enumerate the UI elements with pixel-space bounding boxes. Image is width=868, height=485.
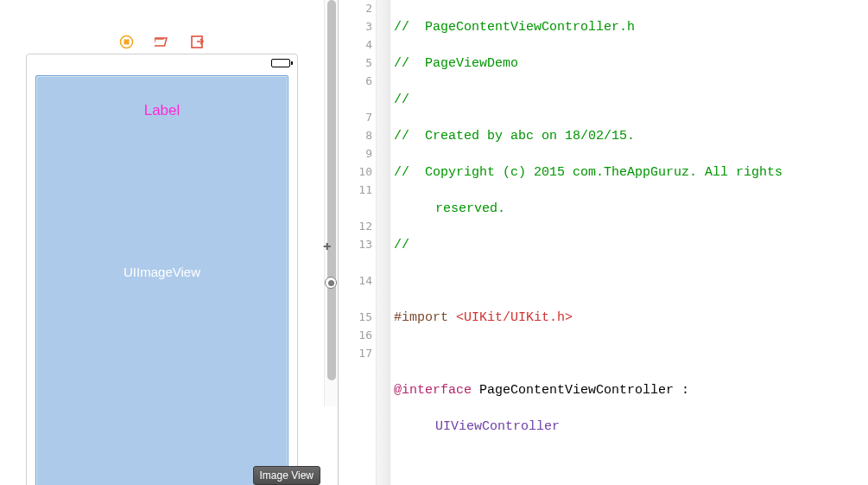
line-number: 7 [341, 111, 372, 124]
line-number: 6 [341, 74, 372, 87]
code-text: // [394, 238, 409, 252]
line-number: 5 [341, 56, 372, 69]
line-number: 14 [341, 274, 372, 287]
code-text: reserved. [394, 200, 868, 218]
line-number: 12 [341, 220, 372, 233]
code-text: PageViewDemo [425, 56, 518, 71]
code-text: // [394, 93, 409, 107]
uiimageview-placeholder[interactable]: Label UIImageView [35, 75, 288, 485]
status-bar [27, 54, 297, 72]
svg-rect-1 [124, 40, 130, 45]
scene-toolbar [0, 35, 324, 49]
add-outlet-icon[interactable]: ✚ [323, 237, 332, 254]
line-number: 17 [341, 347, 372, 360]
imageview-label: UIImageView [36, 265, 288, 279]
code-area[interactable]: // PageContentViewController.h // PageVi… [390, 0, 868, 485]
code-text: @interface [394, 383, 472, 398]
line-number: 11 [341, 183, 372, 196]
line-number-gutter: 2 3 4 5 6 7 8 9 10 11 12 13 14 15 16 17 … [339, 0, 377, 485]
line-number: 16 [341, 329, 372, 341]
scrollbar-track[interactable] [324, 0, 338, 406]
battery-icon [271, 59, 290, 67]
code-editor[interactable]: 2 3 4 5 6 7 8 9 10 11 12 13 14 15 16 17 … [339, 0, 868, 485]
code-text: // [394, 165, 425, 180]
line-number: 9 [341, 147, 372, 160]
fold-strip[interactable] [377, 0, 390, 485]
line-number: 2 [341, 2, 372, 15]
exit-icon[interactable] [190, 35, 205, 49]
code-text: // [394, 129, 425, 144]
scrollbar-thumb[interactable] [327, 0, 336, 380]
code-text: // [394, 20, 425, 35]
file-owner-icon[interactable] [119, 35, 134, 49]
device-frame[interactable]: Label UIImageView [26, 54, 298, 485]
code-text: <UIKit/UIKit.h> [456, 310, 573, 325]
line-number: 10 [341, 165, 372, 178]
code-text: #import [394, 310, 456, 325]
code-text: Created by abc on 18/02/15. [425, 129, 635, 144]
code-text: PageContentViewController.h [425, 20, 635, 35]
tooltip: Image View [253, 466, 320, 485]
first-responder-icon[interactable] [155, 35, 169, 49]
code-text: Copyright (c) 2015 com.TheAppGuruz. All … [425, 165, 782, 180]
storyboard-canvas[interactable]: Label UIImageView Image View [0, 0, 339, 485]
line-number: 3 [341, 20, 372, 33]
line-number: 4 [341, 38, 372, 51]
code-text: UIViewController [394, 418, 868, 436]
code-text: // [394, 56, 425, 71]
line-number: 8 [341, 129, 372, 142]
line-number: 13 [341, 238, 372, 251]
line-number: 15 [341, 310, 372, 323]
label-element[interactable]: Label [36, 102, 288, 119]
outlet-connected-icon[interactable] [325, 277, 337, 289]
code-text: PageContentViewController : [472, 383, 689, 398]
